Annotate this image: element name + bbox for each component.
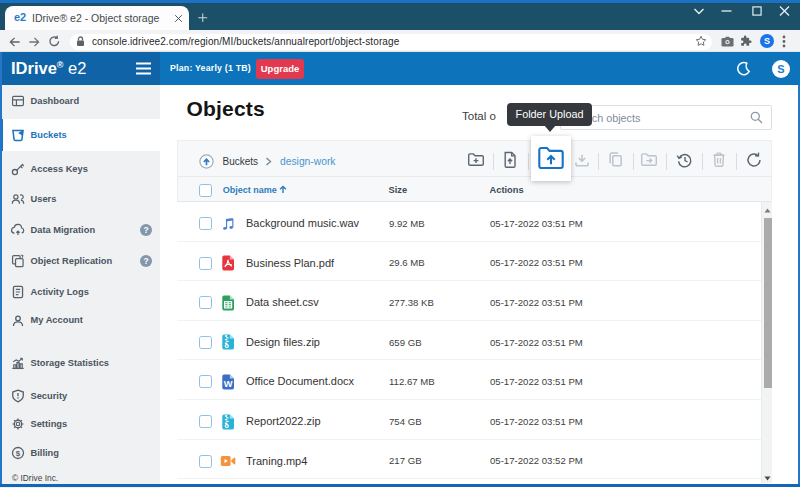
svg-text:W: W xyxy=(224,379,233,389)
svg-text:$: $ xyxy=(16,449,21,458)
